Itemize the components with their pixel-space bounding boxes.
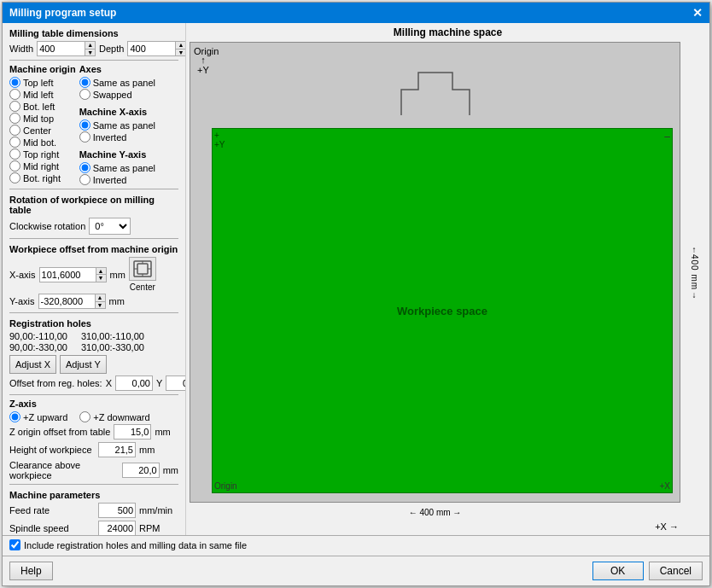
clearance-row: Clearance above workpiece mm	[9, 460, 178, 480]
workpiece-box: ++Y Workpiece space Origin +X –	[212, 128, 673, 493]
depth-down-arrow[interactable]: ▼	[176, 49, 185, 56]
bottom-buttons: Help OK Cancel	[3, 556, 709, 585]
machine-origin-label: Machine origin	[9, 64, 76, 74]
origin-bot-right[interactable]: Bot. right	[9, 172, 76, 183]
z-origin-label: Z origin offset from table	[9, 427, 110, 437]
include-reg-checkbox[interactable]	[9, 539, 20, 550]
reg-holes-label: Registration holes	[9, 318, 178, 329]
spindle-speed-unit: RPM	[139, 523, 160, 533]
panel-svg	[393, 68, 478, 119]
z-downward[interactable]: +Z downward	[79, 411, 149, 422]
offset-from-reg-row: Offset from reg. holes: X Y mm	[9, 376, 178, 391]
reg-hole-right-2: 310,00:-330,00	[81, 342, 144, 352]
ok-button[interactable]: OK	[592, 562, 644, 580]
workpiece-plus-x: +X	[659, 481, 670, 491]
y-up-arrow[interactable]: ▲	[96, 294, 105, 302]
x-down-arrow[interactable]: ▼	[96, 275, 106, 282]
origin-center[interactable]: Center	[9, 125, 76, 136]
offset-from-reg-label: Offset from reg. holes:	[9, 378, 102, 388]
workpiece-space-label: Workpiece space	[397, 305, 487, 317]
x-same-as-panel[interactable]: Same as panel	[79, 119, 155, 131]
workpiece-height-label: Height of workpiece	[9, 445, 95, 455]
y-down-arrow[interactable]: ▼	[96, 302, 105, 309]
x-offset-row: X-axis ▲ ▼ mm	[9, 257, 178, 292]
z-origin-input[interactable]	[114, 424, 151, 440]
x-up-arrow[interactable]: ▲	[96, 268, 106, 276]
width-up-arrow[interactable]: ▲	[85, 42, 95, 49]
canvas-bg: Origin ↑ +Y ++Y	[190, 42, 680, 503]
spindle-speed-input[interactable]	[98, 521, 136, 535]
adjust-x-button[interactable]: Adjust X	[9, 355, 56, 374]
depth-up-arrow[interactable]: ▲	[176, 42, 185, 49]
axes-same-as-panel[interactable]: Same as panel	[79, 77, 155, 88]
machine-origin-group: Top left Mid left Bot. left Mid top Cent…	[9, 77, 76, 183]
origin-mid-bot[interactable]: Mid bot.	[9, 137, 76, 148]
include-reg-text: Include registration holes and milling d…	[24, 540, 247, 550]
clearance-input[interactable]	[122, 463, 160, 478]
y-offset-input[interactable]	[39, 294, 95, 308]
offset-x-input[interactable]	[115, 376, 153, 391]
dialog-title: Milling program setup	[9, 7, 116, 19]
origin-mid-top[interactable]: Mid top	[9, 113, 76, 124]
y-plus-label: +Y	[197, 65, 209, 75]
right-ruler-content: ↑ 400 mm ↓	[690, 245, 699, 300]
left-panel: Milling table dimensions Width ▲ ▼ Depth…	[3, 23, 186, 535]
include-reg-label[interactable]: Include registration holes and milling d…	[9, 539, 247, 550]
dialog-window: Milling program setup ✕ Milling table di…	[2, 2, 710, 586]
close-button[interactable]: ✕	[692, 7, 703, 19]
svg-rect-1	[137, 264, 148, 274]
workpiece-height-input[interactable]	[98, 442, 136, 457]
y-offset-label: Y-axis	[9, 296, 35, 306]
offset-y-input[interactable]	[166, 376, 186, 391]
bottom-ruler-label: ← 400 mm →	[409, 508, 462, 517]
y-offset-unit: mm	[109, 296, 125, 306]
reg-hole-left-2: 90,00:-330,00	[9, 342, 67, 352]
origin-top-left[interactable]: Top left	[9, 77, 76, 88]
help-button[interactable]: Help	[9, 562, 53, 580]
axes-swapped[interactable]: Swapped	[79, 89, 155, 100]
right-ruler-label: 400 mm	[690, 254, 699, 290]
center-icon-button[interactable]	[129, 257, 156, 281]
machine-space-title: Milling machine space	[190, 26, 706, 38]
workpiece-plus-y: ++Y	[214, 131, 225, 149]
x-offset-label: X-axis	[9, 270, 36, 280]
machine-y-axis-group: Same as panel Inverted	[79, 162, 155, 185]
origin-mid-right[interactable]: Mid right	[9, 160, 76, 172]
z-upward[interactable]: +Z upward	[9, 411, 67, 422]
y-same-as-panel[interactable]: Same as panel	[79, 162, 155, 173]
adjust-buttons-row: Adjust X Adjust Y	[9, 355, 178, 374]
height-unit: mm	[139, 445, 155, 455]
width-input[interactable]	[38, 42, 85, 55]
clearance-unit: mm	[163, 465, 178, 475]
y-arrow: ↑	[201, 55, 206, 65]
machine-y-axis-label: Machine Y-axis	[79, 149, 155, 160]
depth-spinbox[interactable]: ▲ ▼	[127, 41, 186, 56]
feed-rate-row: Feed rate mm/min	[9, 503, 178, 518]
rotation-select[interactable]: 0° 90° 180° 270°	[89, 218, 131, 235]
origin-bot-left[interactable]: Bot. left	[9, 101, 76, 112]
bottom-ruler: ← 400 mm →	[190, 504, 680, 520]
x-offset-spinbox[interactable]: ▲ ▼	[39, 267, 107, 282]
axes-col: Axes Same as panel Swapped Machine X-axi…	[79, 64, 155, 185]
feed-rate-unit: mm/min	[139, 505, 172, 515]
feed-rate-input[interactable]	[98, 503, 136, 518]
x-offset-input[interactable]	[40, 268, 96, 282]
origin-top-right[interactable]: Top right	[9, 148, 76, 160]
cancel-button[interactable]: Cancel	[649, 562, 703, 580]
clearance-label: Clearance above workpiece	[9, 460, 119, 480]
dialog-content: Milling table dimensions Width ▲ ▼ Depth…	[3, 23, 709, 535]
plus-x-label: +X →	[190, 521, 706, 532]
depth-input[interactable]	[128, 42, 175, 55]
width-down-arrow[interactable]: ▼	[85, 49, 95, 56]
offset-y-label: Y	[156, 378, 162, 388]
origin-mid-left[interactable]: Mid left	[9, 89, 76, 100]
y-inverted[interactable]: Inverted	[79, 174, 155, 185]
machine-params-label: Machine parameters	[9, 490, 178, 500]
machine-origin-col: Machine origin Top left Mid left Bot. le…	[9, 64, 76, 185]
adjust-y-button[interactable]: Adjust Y	[60, 355, 107, 374]
z-options-row: +Z upward +Z downward	[9, 411, 178, 422]
width-spinbox[interactable]: ▲ ▼	[37, 41, 96, 56]
y-offset-spinbox[interactable]: ▲ ▼	[38, 294, 106, 309]
x-inverted[interactable]: Inverted	[79, 131, 155, 143]
z-axis-section: Z-axis +Z upward +Z downward Z origin of…	[9, 399, 178, 480]
